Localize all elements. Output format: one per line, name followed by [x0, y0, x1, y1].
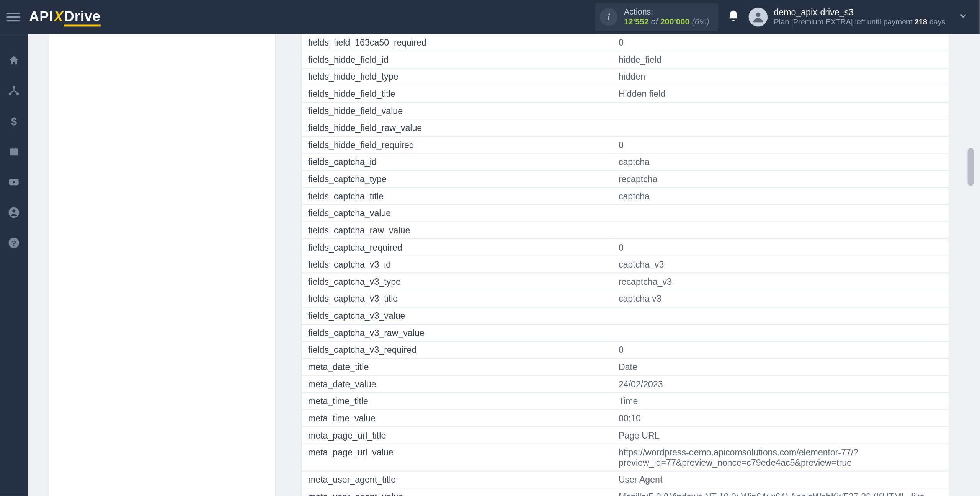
sidebar-account-icon[interactable]: [7, 205, 22, 220]
field-value: captcha_v3: [612, 256, 948, 273]
info-icon: i: [600, 8, 617, 26]
field-value: [612, 222, 948, 239]
field-value: 0: [612, 341, 948, 359]
field-value: 0: [612, 136, 948, 153]
field-key: fields_hidde_field_raw_value: [302, 119, 612, 137]
field-value: Page URL: [612, 427, 948, 444]
field-key: fields_hidde_field_value: [302, 102, 612, 119]
logo-suffix: Drive: [64, 8, 101, 26]
field-value: 0: [612, 239, 948, 256]
field-value: Time: [612, 393, 948, 410]
field-key: fields_field_163ca50_required: [302, 34, 612, 51]
field-value: [612, 119, 948, 137]
logo[interactable]: APIXDrive: [29, 8, 101, 26]
table-row: fields_captcha_v3_idcaptcha_v3: [302, 256, 948, 273]
scrollbar-thumb[interactable]: [967, 148, 974, 186]
table-row: meta_date_value24/02/2023: [302, 375, 948, 393]
field-key: fields_hidde_field_id: [302, 51, 612, 68]
field-key: meta_page_url_value: [302, 444, 612, 471]
table-row: fields_hidde_field_raw_value: [302, 119, 948, 137]
table-row: fields_field_163ca50_required0: [302, 34, 948, 51]
field-value: User Agent: [612, 471, 948, 488]
field-value: [612, 324, 948, 341]
field-value: Hidden field: [612, 85, 948, 102]
field-value: captcha v3: [612, 290, 948, 307]
svg-point-0: [756, 13, 760, 17]
table-row: fields_captcha_titlecaptcha: [302, 188, 948, 205]
table-row: meta_time_value00:10: [302, 410, 948, 427]
table-row: fields_hidde_field_required0: [302, 136, 948, 153]
user-menu[interactable]: demo_apix-drive_s3 Plan |Premium EXTRA| …: [748, 7, 945, 28]
table-row: fields_captcha_typerecaptcha: [302, 170, 948, 188]
avatar-icon: [748, 8, 768, 27]
field-value: hidde_field: [612, 51, 948, 68]
field-key: fields_captcha_type: [302, 170, 612, 188]
field-value: recaptcha_v3: [612, 273, 948, 290]
field-key: meta_date_title: [302, 358, 612, 375]
table-row: fields_hidde_field_idhidde_field: [302, 51, 948, 68]
table-row: fields_captcha_idcaptcha: [302, 153, 948, 171]
field-key: fields_hidde_field_title: [302, 85, 612, 102]
sidebar: $ ?: [0, 34, 28, 496]
sidebar-home-icon[interactable]: [7, 53, 22, 69]
sidebar-billing-icon[interactable]: $: [7, 114, 22, 129]
field-key: meta_page_url_title: [302, 427, 612, 444]
field-key: meta_user_agent_title: [302, 471, 612, 488]
field-value: hidden: [612, 68, 948, 85]
main-area: fields_field_163ca50_required0fields_hid…: [28, 34, 980, 496]
table-row: fields_captcha_v3_raw_value: [302, 324, 948, 341]
actions-counter[interactable]: i Actions: 12'552 of 200'000 (6%): [595, 3, 718, 31]
field-value: [612, 307, 948, 325]
field-key: fields_captcha_v3_id: [302, 256, 612, 273]
field-key: fields_captcha_title: [302, 188, 612, 205]
user-name: demo_apix-drive_s3: [774, 7, 945, 18]
table-row: meta_page_url_valuehttps://wordpress-dem…: [302, 444, 948, 471]
chevron-down-icon[interactable]: [954, 11, 972, 23]
table-row: fields_hidde_field_value: [302, 102, 948, 119]
field-key: fields_captcha_value: [302, 205, 612, 222]
notifications-bell-icon[interactable]: [727, 10, 740, 25]
field-key: meta_time_value: [302, 410, 612, 427]
table-row: meta_page_url_titlePage URL: [302, 427, 948, 444]
field-key: fields_captcha_id: [302, 153, 612, 171]
svg-point-7: [12, 209, 15, 212]
field-value: captcha: [612, 188, 948, 205]
field-value: [612, 205, 948, 222]
table-row: fields_captcha_required0: [302, 239, 948, 256]
sidebar-briefcase-icon[interactable]: [7, 144, 22, 160]
table-row: fields_hidde_field_titleHidden field: [302, 85, 948, 102]
logo-x: X: [54, 9, 64, 25]
data-panel: fields_field_163ca50_required0fields_hid…: [301, 34, 949, 496]
actions-values: 12'552 of 200'000 (6%): [624, 17, 709, 28]
left-panel: [48, 34, 276, 496]
field-value: 0: [612, 34, 948, 51]
menu-toggle-button[interactable]: [5, 9, 21, 25]
table-row: meta_time_titleTime: [302, 393, 948, 410]
field-key: fields_captcha_required: [302, 239, 612, 256]
table-row: fields_captcha_v3_typerecaptcha_v3: [302, 273, 948, 290]
field-key: fields_captcha_v3_raw_value: [302, 324, 612, 341]
field-value: captcha: [612, 153, 948, 171]
field-table: fields_field_163ca50_required0fields_hid…: [302, 34, 948, 496]
table-row: fields_captcha_v3_required0: [302, 341, 948, 359]
svg-text:$: $: [11, 116, 17, 127]
field-key: meta_time_title: [302, 393, 612, 410]
table-row: fields_captcha_raw_value: [302, 222, 948, 239]
field-value: 00:10: [612, 410, 948, 427]
table-row: fields_captcha_v3_titlecaptcha v3: [302, 290, 948, 307]
table-row: meta_user_agent_valueMozilla/5.0 (Window…: [302, 488, 948, 496]
field-value: recaptcha: [612, 170, 948, 188]
field-value: Mozilla/5.0 (Windows NT 10.0; Win64; x64…: [612, 488, 948, 496]
field-key: fields_captcha_raw_value: [302, 222, 612, 239]
sidebar-help-icon[interactable]: ?: [7, 235, 22, 251]
field-key: fields_hidde_field_type: [302, 68, 612, 85]
svg-text:?: ?: [11, 239, 16, 247]
actions-label: Actions:: [624, 7, 709, 17]
field-value: 24/02/2023: [612, 375, 948, 393]
scrollbar[interactable]: [967, 34, 975, 496]
logo-prefix: API: [29, 9, 53, 25]
table-row: fields_captcha_v3_value: [302, 307, 948, 325]
sidebar-youtube-icon[interactable]: [7, 175, 22, 190]
field-value: https://wordpress-demo.apicomsolutions.c…: [612, 444, 948, 471]
sidebar-connections-icon[interactable]: [7, 83, 22, 99]
